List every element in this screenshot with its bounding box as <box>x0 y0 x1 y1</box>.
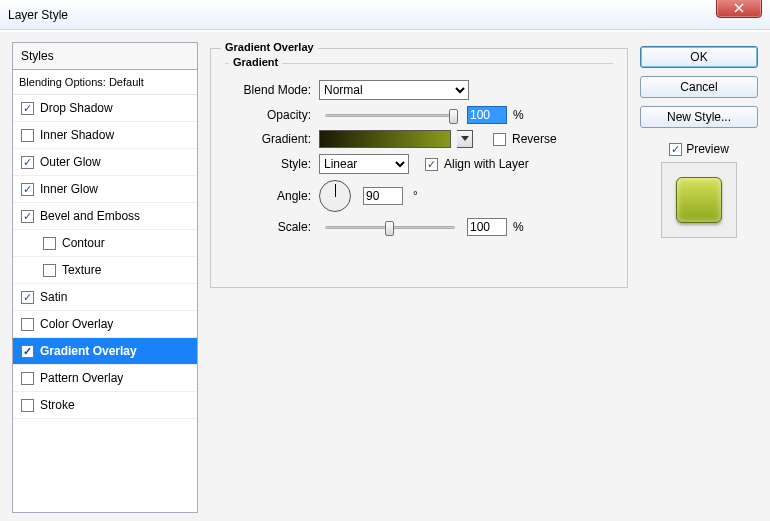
window-title: Layer Style <box>8 8 762 22</box>
row-angle: Angle: ° <box>225 180 613 212</box>
preview-swatch <box>661 162 737 238</box>
label-blend-mode: Blend Mode: <box>225 83 313 97</box>
style-row-contour[interactable]: Contour <box>13 230 197 257</box>
style-row-inner-glow[interactable]: Inner Glow <box>13 176 197 203</box>
style-row-drop-shadow[interactable]: Drop Shadow <box>13 95 197 122</box>
style-checkbox[interactable] <box>21 345 34 358</box>
label-scale: Scale: <box>225 220 313 234</box>
row-style: Style: Linear Align with Layer <box>225 154 613 174</box>
style-row-pattern-overlay[interactable]: Pattern Overlay <box>13 365 197 392</box>
gradient-dropdown-button[interactable] <box>457 130 473 148</box>
style-checkbox[interactable] <box>21 210 34 223</box>
scale-slider-thumb[interactable] <box>385 221 394 236</box>
style-label: Bevel and Emboss <box>40 209 140 223</box>
label-preview: Preview <box>686 142 729 156</box>
close-icon <box>734 3 744 13</box>
dialog-body: Styles Blending Options: Default Drop Sh… <box>0 30 770 521</box>
style-label: Satin <box>40 290 67 304</box>
styles-header[interactable]: Styles <box>13 43 197 70</box>
styles-list: Drop ShadowInner ShadowOuter GlowInner G… <box>13 95 197 419</box>
subgroup-title: Gradient <box>229 56 282 68</box>
style-label: Contour <box>62 236 105 250</box>
style-row-stroke[interactable]: Stroke <box>13 392 197 419</box>
blend-mode-select[interactable]: Normal <box>319 80 469 100</box>
style-label: Stroke <box>40 398 75 412</box>
preview-thumbnail <box>676 177 722 223</box>
angle-unit: ° <box>413 189 418 203</box>
settings-area: Gradient Overlay Gradient Blend Mode: No… <box>210 42 628 513</box>
preview-block: Preview <box>640 142 758 238</box>
style-checkbox[interactable] <box>21 399 34 412</box>
style-row-outer-glow[interactable]: Outer Glow <box>13 149 197 176</box>
label-reverse: Reverse <box>512 132 557 146</box>
ok-button[interactable]: OK <box>640 46 758 68</box>
gradient-swatch[interactable] <box>319 130 451 148</box>
angle-dial[interactable] <box>319 180 351 212</box>
group-title: Gradient Overlay <box>221 41 318 53</box>
style-row-color-overlay[interactable]: Color Overlay <box>13 311 197 338</box>
style-label: Drop Shadow <box>40 101 113 115</box>
style-label: Outer Glow <box>40 155 101 169</box>
style-checkbox[interactable] <box>21 291 34 304</box>
style-row-bevel-and-emboss[interactable]: Bevel and Emboss <box>13 203 197 230</box>
titlebar: Layer Style <box>0 0 770 30</box>
style-checkbox[interactable] <box>21 102 34 115</box>
preview-checkbox[interactable] <box>669 143 682 156</box>
style-row-satin[interactable]: Satin <box>13 284 197 311</box>
style-label: Gradient Overlay <box>40 344 137 358</box>
label-angle: Angle: <box>225 189 313 203</box>
opacity-slider[interactable] <box>325 114 455 117</box>
style-checkbox[interactable] <box>21 129 34 142</box>
row-scale: Scale: % <box>225 218 613 236</box>
new-style-button[interactable]: New Style... <box>640 106 758 128</box>
scale-input[interactable] <box>467 218 507 236</box>
style-checkbox[interactable] <box>43 264 56 277</box>
row-gradient: Gradient: Reverse <box>225 130 613 148</box>
chevron-down-icon <box>461 136 469 142</box>
style-checkbox[interactable] <box>21 183 34 196</box>
style-label: Texture <box>62 263 101 277</box>
blending-options-row[interactable]: Blending Options: Default <box>13 70 197 95</box>
opacity-unit: % <box>513 108 524 122</box>
scale-slider[interactable] <box>325 226 455 229</box>
angle-input[interactable] <box>363 187 403 205</box>
style-label: Pattern Overlay <box>40 371 123 385</box>
style-row-texture[interactable]: Texture <box>13 257 197 284</box>
label-opacity: Opacity: <box>225 108 313 122</box>
label-style: Style: <box>225 157 313 171</box>
style-checkbox[interactable] <box>21 372 34 385</box>
style-label: Inner Glow <box>40 182 98 196</box>
style-checkbox[interactable] <box>21 318 34 331</box>
style-select[interactable]: Linear <box>319 154 409 174</box>
close-button[interactable] <box>716 0 762 18</box>
opacity-input[interactable] <box>467 106 507 124</box>
scale-unit: % <box>513 220 524 234</box>
row-opacity: Opacity: % <box>225 106 613 124</box>
reverse-checkbox[interactable] <box>493 133 506 146</box>
style-label: Inner Shadow <box>40 128 114 142</box>
style-label: Color Overlay <box>40 317 113 331</box>
gradient-subgroup: Gradient Blend Mode: Normal Opacity: % <box>225 63 613 236</box>
styles-panel: Styles Blending Options: Default Drop Sh… <box>12 42 198 513</box>
style-row-inner-shadow[interactable]: Inner Shadow <box>13 122 197 149</box>
style-checkbox[interactable] <box>21 156 34 169</box>
label-gradient: Gradient: <box>225 132 313 146</box>
gradient-overlay-group: Gradient Overlay Gradient Blend Mode: No… <box>210 48 628 288</box>
button-column: OK Cancel New Style... Preview <box>640 42 758 513</box>
opacity-slider-thumb[interactable] <box>449 109 458 124</box>
style-row-gradient-overlay[interactable]: Gradient Overlay <box>13 338 197 365</box>
align-checkbox[interactable] <box>425 158 438 171</box>
cancel-button[interactable]: Cancel <box>640 76 758 98</box>
label-align: Align with Layer <box>444 157 529 171</box>
style-checkbox[interactable] <box>43 237 56 250</box>
row-blend-mode: Blend Mode: Normal <box>225 80 613 100</box>
